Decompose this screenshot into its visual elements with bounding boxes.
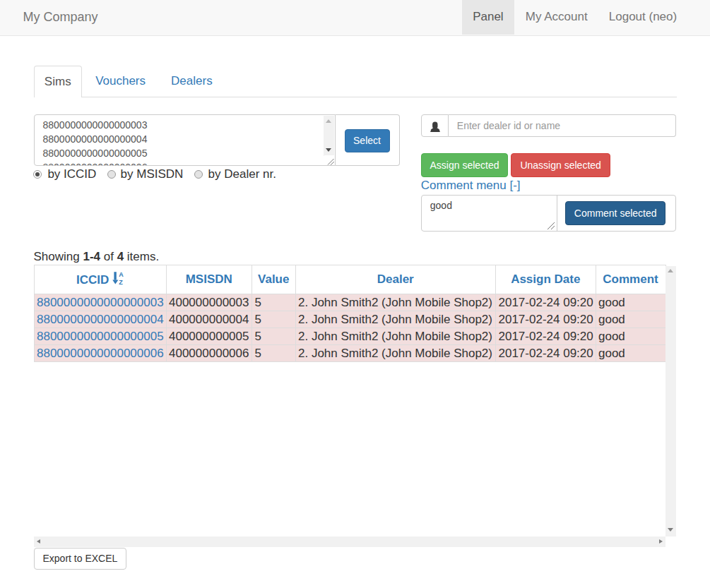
svg-text:A: A (119, 272, 124, 278)
svg-text:Z: Z (119, 279, 123, 284)
